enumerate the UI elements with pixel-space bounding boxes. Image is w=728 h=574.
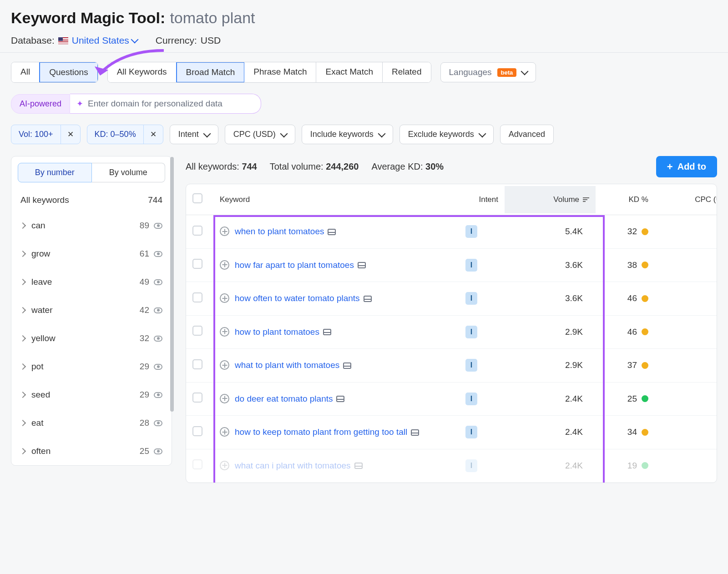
expand-icon[interactable] [220, 227, 229, 236]
col-volume[interactable]: Volume [505, 186, 596, 213]
keyword-link[interactable]: how to plant tomatoes [235, 327, 319, 337]
languages-dropdown[interactable]: Languages beta [440, 62, 536, 82]
cpc-value: 0.05 [655, 451, 717, 481]
volume-value: 2.4K [505, 384, 596, 414]
sidebar-tab-by-volume[interactable]: By volume [92, 163, 166, 182]
filter-intent[interactable]: Intent [170, 125, 218, 144]
kd-dot-icon [642, 362, 648, 369]
eye-icon[interactable] [154, 420, 162, 426]
keyword-link[interactable]: what can i plant with tomatoes [235, 461, 351, 470]
serp-icon[interactable] [354, 463, 363, 469]
eye-icon[interactable] [154, 364, 162, 370]
row-checkbox[interactable] [192, 326, 202, 336]
volume-value: 2.4K [505, 417, 596, 447]
chevron-down-icon [280, 130, 288, 137]
row-checkbox[interactable] [192, 359, 202, 369]
row-checkbox[interactable] [192, 259, 202, 269]
sidebar-item[interactable]: water 42 [11, 296, 172, 324]
col-intent[interactable]: Intent [459, 186, 505, 213]
expand-icon[interactable] [220, 260, 229, 270]
sidebar-item[interactable]: grow 61 [11, 240, 172, 268]
sidebar-item[interactable]: seed 29 [11, 381, 172, 409]
sidebar-item[interactable]: pot 29 [11, 352, 172, 381]
eye-icon[interactable] [154, 307, 162, 313]
serp-icon[interactable] [411, 429, 419, 436]
database-selector[interactable]: United States [72, 35, 137, 46]
keyword-link[interactable]: what to plant with tomatoes [235, 360, 339, 370]
kd-dot-icon [642, 395, 648, 402]
expand-icon[interactable] [220, 293, 229, 303]
scrollbar[interactable] [170, 157, 174, 412]
add-to-list-button[interactable]: + Add to [656, 156, 717, 177]
intent-badge: I [465, 459, 477, 472]
filter-exclude-keywords[interactable]: Exclude keywords [399, 125, 494, 144]
kd-value: 37 [627, 360, 637, 370]
intent-badge: I [465, 426, 477, 438]
eye-icon[interactable] [154, 223, 162, 229]
intent-badge: I [465, 225, 477, 238]
row-checkbox[interactable] [192, 226, 202, 236]
row-checkbox[interactable] [192, 393, 202, 403]
row-checkbox[interactable] [192, 426, 202, 436]
close-icon[interactable]: ✕ [143, 125, 163, 144]
tab-exact-match[interactable]: Exact Match [316, 62, 383, 82]
filter-kd[interactable]: KD: 0–50% ✕ [87, 125, 163, 144]
filter-volume[interactable]: Vol: 100+ ✕ [11, 125, 81, 144]
serp-icon[interactable] [328, 229, 336, 235]
eye-icon[interactable] [154, 279, 162, 285]
tab-all[interactable]: All [11, 62, 40, 82]
col-cpc[interactable]: CPC (USD) [655, 186, 717, 213]
eye-icon[interactable] [154, 251, 162, 257]
row-checkbox[interactable] [192, 459, 202, 469]
domain-input[interactable]: ✦ Enter domain for personalized data [70, 94, 261, 114]
tab-broad-match[interactable]: Broad Match [176, 62, 245, 83]
sidebar-item[interactable]: yellow 32 [11, 324, 172, 352]
filter-advanced[interactable]: Advanced [500, 125, 554, 144]
sidebar-item-count: 89 [140, 221, 149, 231]
eye-icon[interactable] [154, 336, 162, 342]
sidebar-item-label: seed [31, 390, 50, 400]
tab-all-keywords[interactable]: All Keywords [108, 62, 177, 82]
keyword-link[interactable]: do deer eat tomato plants [235, 394, 333, 403]
chevron-down-icon [131, 36, 138, 44]
sidebar-all-keywords-label[interactable]: All keywords [20, 195, 69, 205]
expand-icon[interactable] [220, 461, 229, 470]
col-kd[interactable]: KD % [596, 186, 655, 213]
sidebar-item-count: 29 [140, 362, 149, 372]
expand-icon[interactable] [220, 394, 229, 403]
sidebar-item[interactable]: often 25 [11, 437, 172, 465]
tab-phrase-match[interactable]: Phrase Match [244, 62, 316, 82]
filter-include-keywords[interactable]: Include keywords [302, 125, 393, 144]
eye-icon[interactable] [154, 392, 162, 398]
table-row: how far apart to plant tomatoes I 3.6K 3… [186, 249, 717, 282]
tab-questions[interactable]: Questions [39, 62, 98, 83]
keyword-link[interactable]: how to keep tomato plant from getting to… [235, 427, 407, 437]
tab-related[interactable]: Related [383, 62, 431, 82]
serp-icon[interactable] [364, 296, 372, 302]
select-all-checkbox[interactable] [192, 193, 202, 203]
expand-icon[interactable] [220, 360, 229, 370]
expand-icon[interactable] [220, 327, 229, 337]
eye-icon[interactable] [154, 448, 162, 454]
sidebar-tab-by-number[interactable]: By number [18, 163, 92, 182]
serp-icon[interactable] [358, 262, 366, 268]
filter-cpc[interactable]: CPC (USD) [225, 125, 295, 144]
serp-icon[interactable] [343, 363, 351, 369]
sidebar-item[interactable]: eat 28 [11, 409, 172, 437]
expand-icon[interactable] [220, 427, 229, 437]
sidebar-item[interactable]: leave 49 [11, 268, 172, 296]
keyword-link[interactable]: how often to water tomato plants [235, 293, 360, 303]
cpc-value: 0.38 [655, 317, 717, 347]
serp-icon[interactable] [336, 396, 344, 402]
col-keyword[interactable]: Keyword [213, 186, 459, 213]
serp-icon[interactable] [323, 329, 331, 335]
sidebar-item[interactable]: can 89 [11, 211, 172, 240]
row-checkbox[interactable] [192, 292, 202, 302]
keyword-link[interactable]: when to plant tomatoes [235, 227, 324, 236]
intent-badge: I [465, 359, 477, 372]
close-icon[interactable]: ✕ [61, 125, 80, 144]
ai-powered-badge: AI-powered [11, 94, 70, 114]
kd-value: 19 [627, 461, 637, 471]
keyword-link[interactable]: how far apart to plant tomatoes [235, 260, 354, 270]
table-row: how often to water tomato plants I 3.6K … [186, 282, 717, 316]
